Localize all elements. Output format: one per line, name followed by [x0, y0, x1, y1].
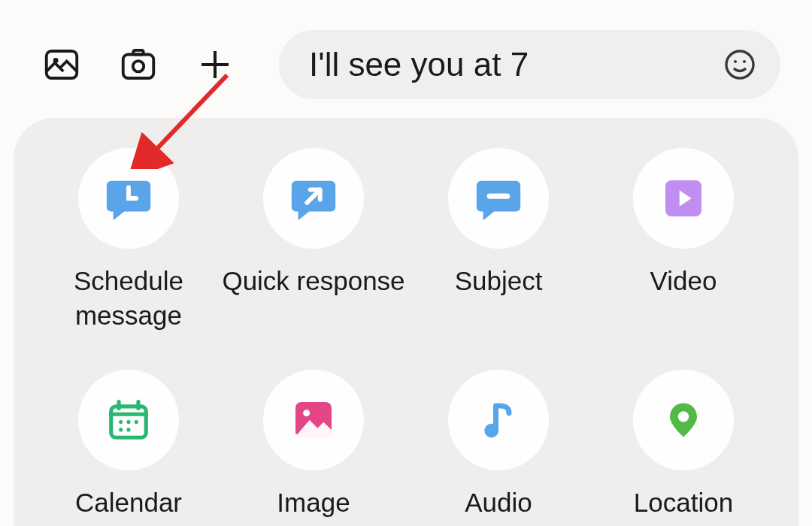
- image-icon: [263, 370, 364, 470]
- option-label: Image: [277, 485, 350, 520]
- svg-point-17: [484, 424, 498, 438]
- svg-point-10: [119, 420, 123, 424]
- video-icon: [633, 148, 734, 249]
- quick-response-icon: [263, 148, 364, 249]
- camera-icon[interactable]: [118, 44, 159, 85]
- option-label: Audio: [465, 485, 532, 520]
- option-label: Schedulemessage: [74, 264, 183, 332]
- emoji-icon[interactable]: [722, 47, 758, 83]
- option-label: Quick response: [222, 264, 404, 298]
- svg-point-12: [135, 420, 138, 424]
- option-label: Location: [634, 485, 733, 520]
- option-location[interactable]: Location: [591, 370, 776, 520]
- option-image[interactable]: Image: [221, 370, 406, 520]
- plus-icon[interactable]: [195, 44, 235, 85]
- option-quick-response[interactable]: Quick response: [221, 148, 406, 332]
- subject-icon: [448, 148, 549, 249]
- audio-icon: [448, 370, 549, 470]
- options-panel: Schedulemessage Quick response Subject V…: [14, 118, 798, 526]
- option-label: Calendar: [75, 485, 182, 520]
- message-input-container[interactable]: [279, 30, 780, 99]
- calendar-icon: [78, 370, 179, 470]
- option-video[interactable]: Video: [591, 148, 776, 332]
- location-icon: [633, 370, 734, 470]
- option-label: Subject: [455, 264, 543, 298]
- message-input[interactable]: [309, 46, 722, 83]
- svg-rect-4: [133, 50, 144, 55]
- option-schedule-message[interactable]: Schedulemessage: [36, 148, 221, 332]
- svg-point-11: [126, 420, 130, 424]
- svg-point-7: [743, 60, 746, 63]
- svg-point-18: [678, 411, 689, 422]
- option-calendar[interactable]: Calendar: [36, 370, 221, 520]
- svg-point-14: [126, 428, 130, 431]
- option-subject[interactable]: Subject: [406, 148, 591, 332]
- svg-rect-2: [123, 55, 154, 79]
- option-audio[interactable]: Audio: [406, 370, 591, 520]
- svg-point-5: [726, 51, 753, 78]
- svg-point-13: [119, 428, 123, 431]
- svg-point-6: [734, 60, 737, 63]
- svg-point-16: [303, 410, 310, 416]
- gallery-icon[interactable]: [41, 44, 82, 85]
- schedule-message-icon: [78, 148, 179, 249]
- svg-point-3: [133, 61, 144, 71]
- option-label: Video: [650, 264, 717, 298]
